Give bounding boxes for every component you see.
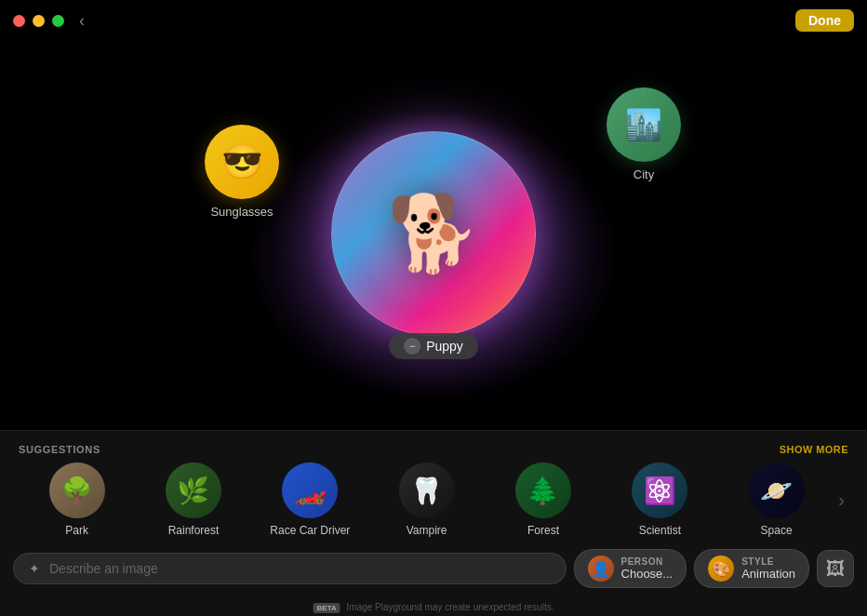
suggestion-racecar[interactable]: 🏎️ Race Car Driver xyxy=(252,462,368,537)
style-value-label: Animation xyxy=(741,567,795,581)
beta-notice: BETA Image Playground may create unexpec… xyxy=(313,602,554,612)
city-icon: − 🏙️ xyxy=(607,87,681,162)
traffic-lights xyxy=(13,15,64,27)
title-bar: ‹ Done xyxy=(0,0,867,41)
sunglasses-label: Sunglasses xyxy=(210,205,273,219)
beta-tag: BETA xyxy=(313,603,340,613)
suggestion-space[interactable]: 🪐 Space xyxy=(718,462,834,537)
canvas-area: 🐕 − Puppy − 😎 Sunglasses − 🏙️ City xyxy=(0,41,867,469)
racecar-label: Race Car Driver xyxy=(270,524,350,537)
close-button[interactable] xyxy=(13,15,25,27)
park-icon: 🌳 xyxy=(49,462,105,518)
suggestions-header: SUGGESTIONS SHOW MORE xyxy=(0,431,867,462)
scientist-label: Scientist xyxy=(639,524,681,537)
space-label: Space xyxy=(761,524,793,537)
rainforest-label: Rainforest xyxy=(168,524,220,537)
toolbar-row: ✦ Describe an image 👤 PERSON Choose... 🎨… xyxy=(0,540,867,597)
show-more-button[interactable]: SHOW MORE xyxy=(780,444,848,455)
forest-label: Forest xyxy=(527,524,559,537)
search-placeholder: Describe an image xyxy=(49,561,158,576)
city-label: City xyxy=(634,167,654,181)
vampire-icon: 🦷 xyxy=(399,462,455,518)
suggestion-forest[interactable]: 🌲 Forest xyxy=(485,462,601,537)
search-icon: ✦ xyxy=(29,561,40,576)
remove-puppy-button[interactable]: − xyxy=(404,338,420,355)
city-item[interactable]: − 🏙️ City xyxy=(607,87,681,181)
minimize-button[interactable] xyxy=(33,15,45,27)
forest-icon: 🌲 xyxy=(515,462,571,518)
suggestion-rainforest[interactable]: 🌿 Rainforest xyxy=(135,462,251,537)
suggestions-label: SUGGESTIONS xyxy=(19,444,100,455)
person-content: PERSON Choose... xyxy=(621,556,674,581)
gallery-icon: 🖼 xyxy=(826,558,845,580)
rainforest-icon: 🌿 xyxy=(166,462,221,518)
suggestion-park[interactable]: 🌳 Park xyxy=(19,462,135,537)
suggestion-scientist[interactable]: ⚛️ Scientist xyxy=(602,462,718,537)
central-image-bubble[interactable]: 🐕 xyxy=(331,131,536,336)
done-button[interactable]: Done xyxy=(795,9,854,32)
sunglasses-item[interactable]: − 😎 Sunglasses xyxy=(205,125,279,219)
gallery-button[interactable]: 🖼 xyxy=(817,550,854,587)
person-pill-button[interactable]: 👤 PERSON Choose... xyxy=(574,549,687,588)
dog-figure: 🐕 xyxy=(387,190,480,277)
sunglasses-icon: − 😎 xyxy=(205,125,279,199)
style-icon: 🎨 xyxy=(708,556,734,582)
style-pill-button[interactable]: 🎨 STYLE Animation xyxy=(694,549,809,588)
puppy-label: − Puppy xyxy=(389,333,478,359)
remove-sunglasses-button[interactable]: − xyxy=(205,125,218,138)
bottom-area: SUGGESTIONS SHOW MORE 🌳 Park 🌿 Rainfores… xyxy=(0,430,867,616)
scientist-icon: ⚛️ xyxy=(632,462,687,518)
back-button[interactable]: ‹ xyxy=(79,11,85,31)
park-label: Park xyxy=(65,524,88,537)
search-field[interactable]: ✦ Describe an image xyxy=(13,553,567,584)
suggestions-next-button[interactable]: › xyxy=(834,489,848,511)
space-icon: 🪐 xyxy=(749,462,805,518)
vampire-label: Vampire xyxy=(407,524,447,537)
suggestions-row: 🌳 Park 🌿 Rainforest 🏎️ Race Car Driver 🦷… xyxy=(0,462,867,537)
style-type-label: STYLE xyxy=(741,556,795,567)
person-icon: 👤 xyxy=(588,556,614,582)
person-type-label: PERSON xyxy=(621,556,674,567)
person-value-label: Choose... xyxy=(621,567,674,581)
maximize-button[interactable] xyxy=(52,15,64,27)
style-content: STYLE Animation xyxy=(741,556,795,581)
remove-city-button[interactable]: − xyxy=(607,87,620,100)
racecar-icon: 🏎️ xyxy=(282,462,338,518)
suggestion-vampire[interactable]: 🦷 Vampire xyxy=(368,462,485,537)
